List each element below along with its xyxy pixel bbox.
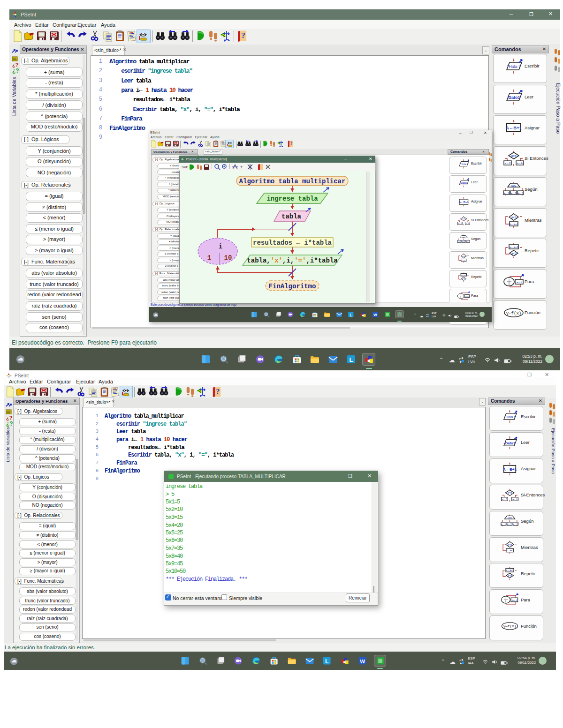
svg-text:opc: opc (462, 236, 465, 238)
svg-text:tabla,'x',i,'=',i*tabla: tabla,'x',i,'=',i*tabla (247, 257, 338, 264)
svg-text:a←a+1: a←a+1 (509, 223, 518, 225)
svg-text:"Hola !": "Hola !" (507, 64, 521, 69)
svg-text:a<b: a<b (508, 574, 512, 577)
svg-text:a<b: a<b (511, 216, 516, 219)
svg-text:a←a+1: a←a+1 (461, 274, 466, 276)
svg-text:"Hola !": "Hola !" (460, 163, 469, 165)
svg-text:y←f(x): y←f(x) (503, 624, 517, 628)
svg-text:a←a+1: a←a+1 (461, 260, 466, 262)
svg-text:tabla: tabla (282, 213, 302, 220)
svg-text:a=b: a=b (511, 154, 516, 158)
svg-text:A←B+1: A←B+1 (506, 125, 522, 130)
svg-text:ingrese tabla: ingrese tabla (266, 195, 318, 203)
svg-text:L: L (350, 313, 352, 317)
svg-text:?: ? (216, 387, 220, 395)
svg-text:A←B+1: A←B+1 (459, 201, 469, 203)
svg-text:a←a+1: a←a+1 (509, 246, 518, 248)
svg-text:a←3: a←3 (513, 523, 518, 525)
svg-text:a<b: a<b (462, 278, 466, 280)
svg-text:a←0: a←0 (502, 498, 507, 501)
svg-text:a←b: a←b (465, 223, 469, 225)
svg-text:i: i (509, 278, 509, 281)
svg-text:a←i: a←i (465, 295, 469, 297)
svg-text:L: L (325, 658, 329, 665)
svg-text:resultados ← i*tabla: resultados ← i*tabla (253, 239, 332, 247)
svg-text:a<b: a<b (508, 543, 512, 546)
svg-text:a←b: a←b (517, 162, 523, 165)
svg-text:a<b: a<b (511, 252, 516, 255)
svg-text:?: ? (290, 141, 292, 146)
svg-text:opc: opc (511, 184, 517, 188)
svg-text:a=b: a=b (462, 218, 466, 220)
svg-text:a←0: a←0 (458, 223, 462, 225)
svg-text:a←2: a←2 (510, 192, 516, 195)
svg-text:i: i (505, 597, 506, 600)
svg-text:¿?: ¿? (6, 420, 13, 427)
svg-text:a←b: a←b (512, 498, 517, 501)
svg-text:Dato1: Dato1 (460, 181, 468, 184)
svg-text:a←0: a←0 (505, 162, 511, 165)
svg-text:a←1: a←1 (501, 523, 506, 525)
svg-text:y←f(x): y←f(x) (506, 311, 521, 316)
svg-text:a←i: a←i (512, 599, 517, 601)
svg-text:i: i (219, 243, 222, 250)
svg-text:a←3: a←3 (466, 240, 469, 242)
svg-text:a←2: a←2 (507, 523, 512, 525)
svg-text:"Hola !": "Hola !" (504, 415, 517, 419)
svg-text:a←1: a←1 (457, 240, 461, 242)
svg-text:1: 1 (207, 254, 211, 262)
svg-text:10: 10 (224, 254, 232, 262)
svg-text:?: ? (241, 31, 245, 40)
svg-text:FinAlgoritmo: FinAlgoritmo (269, 283, 316, 290)
svg-text:a←i: a←i (517, 281, 522, 284)
svg-text:A←B+1: A←B+1 (503, 467, 517, 472)
svg-text:a←a+1: a←a+1 (506, 549, 514, 552)
svg-text:Dato1: Dato1 (508, 95, 520, 100)
svg-text:i: i (461, 293, 461, 296)
svg-text:Sub: Sub (182, 165, 188, 169)
svg-text:a←a+1: a←a+1 (506, 569, 514, 571)
svg-text:a←3: a←3 (517, 192, 523, 195)
svg-text:W: W (360, 659, 365, 664)
svg-text:opc: opc (508, 516, 512, 519)
svg-text:Algoritmo tabla_multiplicar: Algoritmo tabla_multiplicar (239, 178, 346, 185)
svg-text:¿?: ¿? (12, 68, 19, 74)
svg-text:a=b: a=b (508, 491, 512, 494)
svg-text:Dato1: Dato1 (505, 441, 516, 445)
svg-text:L: L (349, 356, 353, 363)
svg-text:a←1: a←1 (503, 192, 509, 195)
svg-text:±: ± (240, 165, 243, 169)
svg-text:a<b: a<b (462, 255, 466, 257)
svg-text:a←2: a←2 (462, 240, 465, 242)
svg-text:W: W (373, 313, 377, 317)
